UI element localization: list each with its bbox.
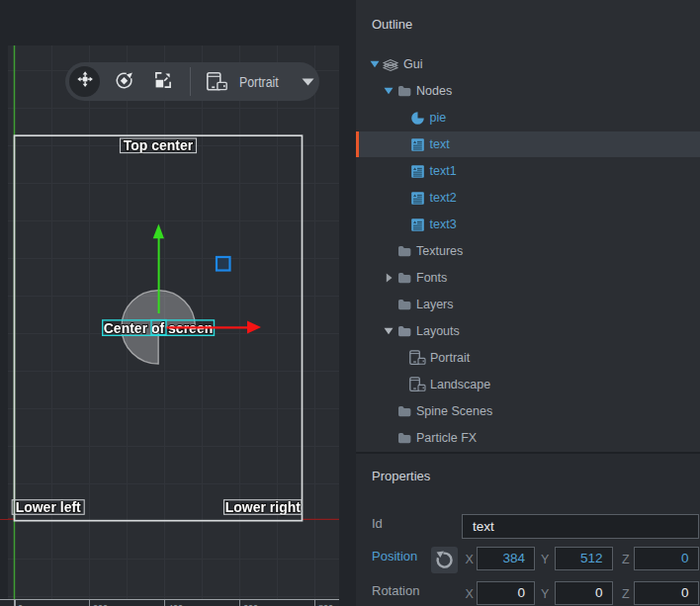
svg-text:Lower right: Lower right <box>225 499 302 515</box>
svg-text:Lower left: Lower left <box>16 499 81 515</box>
svg-text:Top center: Top center <box>124 137 194 153</box>
